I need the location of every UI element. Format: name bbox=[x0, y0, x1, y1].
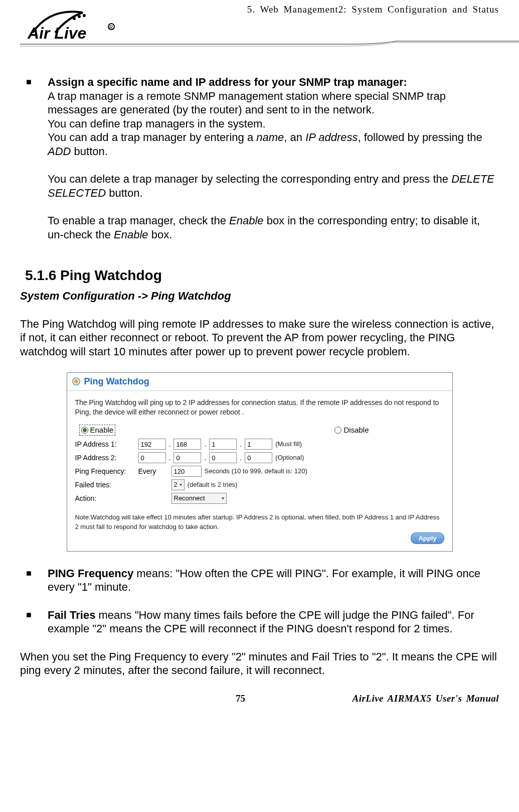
snmp-p3d: button. bbox=[71, 145, 107, 158]
airlive-logo: Air Live R bbox=[20, 3, 140, 45]
snmp-p1: A trap manager is a remote SNMP manageme… bbox=[48, 90, 446, 116]
fail-bold: Fail Tries bbox=[48, 609, 95, 621]
ping-freq-bold: PING Frequency bbox=[48, 567, 133, 580]
snmp-p5c: box. bbox=[148, 228, 172, 241]
section-breadcrumb: System Configuration -> Ping Watchdog bbox=[20, 289, 499, 303]
snmp-ip-italic: IP address bbox=[305, 131, 358, 144]
panel-note: Note:Watchdog will take effect 10 minute… bbox=[75, 513, 444, 531]
enable-radio[interactable]: Enable bbox=[79, 425, 116, 436]
action-value: Reconnect bbox=[174, 494, 205, 502]
header-divider bbox=[20, 40, 519, 47]
disable-radio[interactable]: Disable bbox=[334, 426, 369, 435]
svg-point-1 bbox=[78, 15, 81, 18]
fail-tries-bullet: Fail Tries means "How many times fails b… bbox=[20, 608, 499, 636]
freq-hint: Seconds (10 to 999, default is: 120) bbox=[205, 467, 307, 475]
ip1-d[interactable] bbox=[245, 439, 272, 450]
apply-button[interactable]: Apply bbox=[411, 532, 444, 544]
ping-watchdog-panel: Ping Watchdog The Ping Watchdog will pin… bbox=[67, 372, 453, 552]
freq-label: Ping Frequency: bbox=[75, 467, 135, 476]
chevron-down-icon: ▾ bbox=[222, 495, 224, 502]
ip2-hint: (Optional) bbox=[275, 454, 304, 462]
snmp-add-italic: ADD bbox=[48, 145, 71, 158]
tries-select[interactable]: 2 ▾ bbox=[171, 479, 185, 490]
section-heading: 5.1.6 Ping Watchdog bbox=[25, 266, 499, 284]
ip2-d[interactable] bbox=[245, 452, 272, 463]
manual-title: AirLive AIRMAX5 User's Manual bbox=[352, 693, 499, 705]
snmp-name-italic: name bbox=[256, 131, 284, 144]
snmp-p3b: , an bbox=[284, 131, 305, 144]
page-number: 75 bbox=[236, 693, 245, 705]
ip1-hint: (Must fill) bbox=[275, 440, 302, 448]
tries-hint: (default is 2 tries) bbox=[188, 481, 238, 489]
panel-bullet-icon bbox=[72, 377, 80, 385]
fail-text: means "How many times fails before the C… bbox=[48, 609, 474, 635]
snmp-p4b: button. bbox=[106, 187, 142, 199]
svg-point-2 bbox=[83, 14, 86, 17]
snmp-p3c: , followed by pressing the bbox=[358, 131, 482, 144]
snmp-bullet: Assign a specific name and IP address fo… bbox=[20, 75, 499, 241]
snmp-p3a: You can add a trap manager by entering a bbox=[48, 131, 256, 144]
closing-para: When you set the Ping Frequency to every… bbox=[20, 650, 499, 678]
svg-point-0 bbox=[73, 17, 76, 20]
panel-desc: The Ping Watchdog will ping up to 2 IP a… bbox=[75, 398, 444, 418]
tries-label: Failed tries: bbox=[75, 481, 135, 490]
chevron-down-icon: ▾ bbox=[180, 482, 182, 488]
ip2-c[interactable] bbox=[209, 452, 237, 463]
ip1-a[interactable] bbox=[138, 439, 166, 450]
snmp-p5a: To enable a trap manager, check the bbox=[48, 214, 229, 227]
snmp-en1: Enable bbox=[229, 214, 264, 227]
svg-text:R: R bbox=[109, 25, 113, 30]
freq-every: Every bbox=[138, 467, 168, 476]
tries-value: 2 bbox=[174, 481, 178, 489]
disable-label: Disable bbox=[343, 426, 369, 435]
svg-text:Air Live: Air Live bbox=[27, 24, 86, 42]
ip2-label: IP Address 2: bbox=[75, 454, 135, 463]
enable-label: Enable bbox=[90, 426, 114, 435]
ping-freq-bullet: PING Frequency means: "How often the CPE… bbox=[20, 567, 499, 594]
freq-input[interactable] bbox=[171, 466, 202, 477]
ip1-label: IP Address 1: bbox=[75, 440, 135, 449]
action-select[interactable]: Reconnect ▾ bbox=[171, 493, 227, 504]
snmp-title: Assign a specific name and IP address fo… bbox=[48, 76, 407, 88]
ip1-c[interactable] bbox=[209, 439, 237, 450]
panel-title: Ping Watchdog bbox=[84, 376, 149, 387]
snmp-p2: You can define trap managers in the syst… bbox=[48, 117, 266, 130]
ip1-b[interactable] bbox=[174, 439, 201, 450]
snmp-en2: Enable bbox=[114, 228, 148, 241]
ip2-a[interactable] bbox=[138, 452, 166, 463]
snmp-p4a: You can delete a trap manager by selecti… bbox=[48, 173, 451, 185]
ip2-b[interactable] bbox=[174, 452, 201, 463]
action-label: Action: bbox=[75, 494, 135, 503]
section-intro: The Ping Watchdog will ping remote IP ad… bbox=[20, 317, 499, 359]
